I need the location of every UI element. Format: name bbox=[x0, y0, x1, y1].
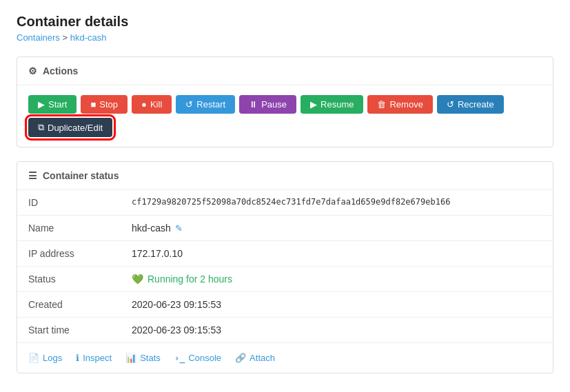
value-ip: 172.17.0.10 bbox=[121, 241, 553, 267]
actions-card: ⚙ Actions ▶ Start ■ Stop ● Kill ↺ Restar… bbox=[17, 56, 553, 147]
start-button[interactable]: ▶ Start bbox=[28, 95, 77, 114]
label-status: Status bbox=[17, 267, 121, 292]
label-ip: IP address bbox=[17, 241, 121, 267]
breadcrumb: Containers > hkd-cash bbox=[17, 32, 553, 43]
console-link[interactable]: ›_ Console bbox=[174, 353, 221, 363]
attach-link[interactable]: 🔗 Attach bbox=[235, 353, 275, 363]
restart-icon: ↺ bbox=[185, 99, 193, 110]
table-row: Start time 2020-06-23 09:15:53 bbox=[17, 318, 553, 343]
table-row: Status Running for 2 hours bbox=[17, 267, 553, 292]
resume-icon: ▶ bbox=[310, 99, 317, 110]
table-row: ID cf1729a9820725f52098a70dc8524ec731fd7… bbox=[17, 190, 553, 216]
restart-button[interactable]: ↺ Restart bbox=[176, 95, 235, 114]
label-start-time: Start time bbox=[17, 318, 121, 343]
value-name: hkd-cash ✎ bbox=[121, 216, 553, 241]
table-row: IP address 172.17.0.10 bbox=[17, 241, 553, 267]
remove-icon: 🗑 bbox=[377, 99, 386, 110]
stop-icon: ■ bbox=[90, 99, 96, 110]
kill-button[interactable]: ● Kill bbox=[132, 95, 172, 114]
edit-icon[interactable]: ✎ bbox=[175, 223, 183, 234]
pause-button[interactable]: ⏸ Pause bbox=[239, 95, 296, 114]
duplicate-edit-button[interactable]: ⧉ Duplicate/Edit bbox=[28, 118, 112, 137]
container-status-card: ☰ Container status ID cf1729a9820725f520… bbox=[17, 161, 553, 373]
gear-icon: ⚙ bbox=[28, 65, 37, 76]
console-icon: ›_ bbox=[174, 353, 185, 363]
label-id: ID bbox=[17, 190, 121, 216]
page-title: Container details bbox=[17, 14, 553, 30]
status-icon: ☰ bbox=[28, 170, 37, 181]
pause-icon: ⏸ bbox=[249, 99, 258, 110]
status-table: ID cf1729a9820725f52098a70dc8524ec731fd7… bbox=[17, 190, 553, 342]
value-status: Running for 2 hours bbox=[121, 267, 553, 292]
breadcrumb-parent[interactable]: Containers bbox=[17, 32, 60, 43]
recreate-button[interactable]: ↺ Recreate bbox=[437, 95, 504, 114]
actions-header: ⚙ Actions bbox=[17, 57, 553, 85]
stats-icon: 📊 bbox=[125, 353, 136, 363]
stats-link[interactable]: 📊 Stats bbox=[125, 353, 161, 363]
kill-icon: ● bbox=[141, 99, 147, 110]
stop-button[interactable]: ■ Stop bbox=[81, 95, 128, 114]
resume-button[interactable]: ▶ Resume bbox=[301, 95, 363, 114]
recreate-icon: ↺ bbox=[447, 99, 454, 110]
logs-icon: 📄 bbox=[28, 353, 39, 363]
container-status-header: ☰ Container status bbox=[17, 162, 553, 190]
start-icon: ▶ bbox=[38, 99, 45, 110]
breadcrumb-separator: > bbox=[63, 32, 70, 43]
value-id: cf1729a9820725f52098a70dc8524ec731fd7e7d… bbox=[121, 190, 553, 216]
label-created: Created bbox=[17, 292, 121, 318]
value-created: 2020-06-23 09:15:53 bbox=[121, 292, 553, 318]
attach-icon: 🔗 bbox=[235, 353, 246, 363]
duplicate-icon: ⧉ bbox=[38, 122, 44, 133]
remove-button[interactable]: 🗑 Remove bbox=[367, 95, 432, 114]
inspect-link[interactable]: ℹ Inspect bbox=[76, 353, 112, 363]
logs-link[interactable]: 📄 Logs bbox=[28, 353, 62, 363]
label-name: Name bbox=[17, 216, 121, 241]
bottom-links: 📄 Logs ℹ Inspect 📊 Stats ›_ Console 🔗 At… bbox=[17, 342, 553, 373]
actions-toolbar: ▶ Start ■ Stop ● Kill ↺ Restart ⏸ Pause … bbox=[17, 85, 553, 147]
value-start-time: 2020-06-23 09:15:53 bbox=[121, 318, 553, 343]
inspect-icon: ℹ bbox=[76, 353, 79, 363]
breadcrumb-current[interactable]: hkd-cash bbox=[70, 32, 107, 43]
table-row: Name hkd-cash ✎ bbox=[17, 216, 553, 241]
table-row: Created 2020-06-23 09:15:53 bbox=[17, 292, 553, 318]
